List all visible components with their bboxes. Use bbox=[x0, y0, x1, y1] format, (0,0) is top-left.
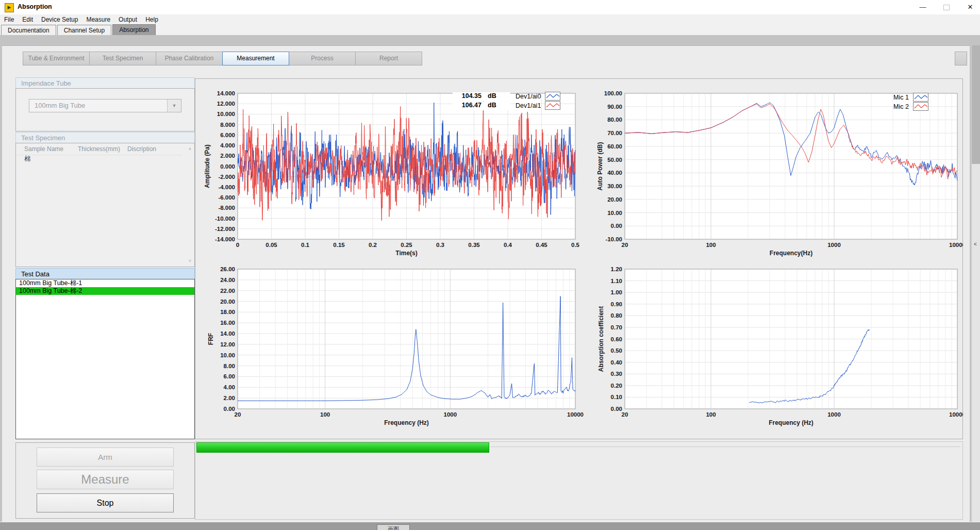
svg-text:1000: 1000 bbox=[827, 242, 841, 248]
svg-text:22.00: 22.00 bbox=[220, 288, 235, 294]
stop-button[interactable]: Stop bbox=[37, 493, 174, 512]
progress-bar bbox=[196, 442, 489, 453]
menu-bar: FileEditDevice SetupMeasureOutputHelp bbox=[0, 14, 980, 24]
menu-item-edit[interactable]: Edit bbox=[18, 15, 37, 25]
power-chart-legend: Mic 1Mic 2 bbox=[893, 93, 928, 111]
scroll-up-icon[interactable]: ˄ bbox=[189, 146, 191, 152]
column-header-discription: Discription bbox=[127, 143, 182, 155]
readout-unit: dB bbox=[488, 102, 496, 110]
svg-text:8.00: 8.00 bbox=[224, 363, 235, 369]
svg-text:10000: 10000 bbox=[949, 411, 963, 418]
svg-text:0.00: 0.00 bbox=[611, 406, 622, 412]
svg-text:Auto Power (dB): Auto Power (dB) bbox=[596, 142, 604, 191]
menu-item-file[interactable]: File bbox=[0, 15, 18, 25]
test-specimen-column-headers: Sample NameThickness(mm)Discription bbox=[16, 143, 182, 155]
svg-text:16.00: 16.00 bbox=[220, 320, 235, 326]
svg-text:-10.00: -10.00 bbox=[605, 236, 622, 242]
tab-strip-stub bbox=[955, 52, 967, 65]
readout-unit: dB bbox=[488, 92, 496, 101]
sub-tab-strip: Tube & EnvironmentTest SpecimenPhase Cal… bbox=[23, 52, 422, 65]
svg-text:10.000: 10.000 bbox=[217, 111, 235, 117]
legend-item-dev1-ai1[interactable]: Dev1/ai1 bbox=[516, 101, 560, 110]
svg-text:80.00: 80.00 bbox=[607, 117, 622, 123]
maximize-button[interactable] bbox=[935, 0, 958, 14]
legend-item-dev1-ai0[interactable]: Dev1/ai0 bbox=[516, 92, 560, 101]
subtab-measurement[interactable]: Measurement bbox=[222, 52, 289, 65]
plot-bottom-tab[interactable]: 画图 bbox=[377, 524, 410, 530]
plot-line-icon bbox=[913, 93, 928, 102]
main-tab-strip: DocumentationChannel SetupAbsorption bbox=[0, 24, 980, 35]
frf-chart: 0.002.004.006.008.0010.0012.0014.0016.00… bbox=[195, 260, 592, 439]
svg-text:0.80: 0.80 bbox=[611, 312, 622, 319]
svg-text:20: 20 bbox=[235, 411, 241, 418]
svg-text:0.20: 0.20 bbox=[611, 383, 622, 389]
svg-text:8.000: 8.000 bbox=[220, 122, 235, 128]
svg-text:18.00: 18.00 bbox=[220, 309, 235, 315]
subtab-phase-calibration[interactable]: Phase Calibration bbox=[156, 52, 223, 65]
svg-text:0.1: 0.1 bbox=[301, 242, 310, 248]
svg-text:10000: 10000 bbox=[567, 411, 584, 418]
svg-text:0.50: 0.50 bbox=[611, 347, 622, 354]
close-button[interactable]: ✕ bbox=[958, 0, 980, 14]
svg-text:100.00: 100.00 bbox=[604, 90, 622, 96]
list-item[interactable]: 100mm Big Tube-棉-1 bbox=[16, 279, 194, 287]
svg-text:Frequency (Hz): Frequency (Hz) bbox=[384, 419, 429, 426]
collapse-left-icon[interactable]: < bbox=[974, 241, 977, 247]
status-panel bbox=[195, 441, 963, 520]
subtab-test-specimen[interactable]: Test Specimen bbox=[89, 52, 156, 65]
scroll-down-icon[interactable]: ˅ bbox=[189, 258, 191, 263]
test-data-list: 100mm Big Tube-棉-1100mm Big Tube-棉-2 bbox=[15, 279, 195, 439]
svg-text:-2.000: -2.000 bbox=[218, 174, 235, 180]
svg-text:0.45: 0.45 bbox=[536, 242, 547, 248]
application-window: ▶ Absorption — ✕ FileEditDevice SetupMea… bbox=[0, 0, 980, 530]
svg-text:2.000: 2.000 bbox=[220, 153, 235, 159]
impedance-tube-selected-value: 100mm Big Tube bbox=[35, 102, 85, 109]
svg-text:4.00: 4.00 bbox=[224, 384, 235, 390]
test-specimen-header: Test Specimen bbox=[15, 132, 195, 143]
tab-channel-setup[interactable]: Channel Setup bbox=[57, 25, 111, 36]
legend-item-mic-1[interactable]: Mic 1 bbox=[893, 93, 928, 102]
svg-text:100: 100 bbox=[706, 411, 716, 418]
svg-text:0.4: 0.4 bbox=[504, 242, 512, 248]
chevron-down-icon[interactable]: ▼ bbox=[167, 100, 181, 112]
legend-label: Dev1/ai1 bbox=[516, 102, 541, 109]
scrollbar-thumb[interactable] bbox=[972, 45, 980, 164]
menu-item-device-setup[interactable]: Device Setup bbox=[37, 15, 82, 25]
list-item[interactable]: 100mm Big Tube-棉-2 bbox=[16, 287, 194, 295]
level-readout: 106.47dB bbox=[453, 102, 510, 110]
menu-item-help[interactable]: Help bbox=[141, 15, 162, 25]
svg-text:Time(s): Time(s) bbox=[395, 250, 417, 257]
plot-line-icon bbox=[913, 102, 928, 111]
level-readouts: 104.35dB106.47dB bbox=[453, 92, 510, 111]
legend-label: Dev1/ai0 bbox=[516, 93, 541, 100]
vertical-scrollbar[interactable]: < bbox=[971, 45, 980, 522]
svg-text:1.20: 1.20 bbox=[611, 266, 622, 272]
svg-text:6.000: 6.000 bbox=[220, 132, 235, 138]
tab-documentation[interactable]: Documentation bbox=[1, 25, 56, 36]
arm-button[interactable]: Arm bbox=[37, 448, 174, 467]
absorption-coefficient-chart: 0.000.100.200.300.400.500.600.700.800.90… bbox=[592, 260, 963, 439]
svg-text:0.5: 0.5 bbox=[571, 242, 580, 248]
menu-item-output[interactable]: Output bbox=[114, 15, 141, 25]
maximize-icon bbox=[943, 5, 950, 10]
subtab-tube-environment[interactable]: Tube & Environment bbox=[23, 52, 90, 65]
time-chart-legend: Dev1/ai0Dev1/ai1 bbox=[516, 92, 560, 110]
svg-text:0: 0 bbox=[236, 242, 239, 248]
subtab-process[interactable]: Process bbox=[289, 52, 356, 65]
svg-text:0.25: 0.25 bbox=[401, 242, 412, 248]
svg-text:60.00: 60.00 bbox=[607, 143, 622, 150]
table-row[interactable]: 棉 bbox=[16, 155, 182, 164]
svg-text:1.10: 1.10 bbox=[611, 278, 622, 284]
tab-absorption[interactable]: Absorption bbox=[112, 24, 155, 36]
plot-line-icon bbox=[545, 92, 560, 101]
menu-item-measure[interactable]: Measure bbox=[82, 15, 114, 25]
legend-item-mic-2[interactable]: Mic 2 bbox=[893, 102, 928, 111]
subtab-report[interactable]: Report bbox=[355, 52, 422, 65]
minimize-button[interactable]: — bbox=[911, 0, 935, 14]
svg-text:10.00: 10.00 bbox=[220, 352, 235, 358]
svg-text:50.00: 50.00 bbox=[607, 157, 622, 163]
progress-track bbox=[490, 446, 960, 447]
impedance-tube-select[interactable]: 100mm Big Tube ▼ bbox=[29, 99, 181, 112]
measure-button[interactable]: Measure bbox=[37, 470, 174, 489]
svg-text:0.15: 0.15 bbox=[333, 242, 345, 248]
